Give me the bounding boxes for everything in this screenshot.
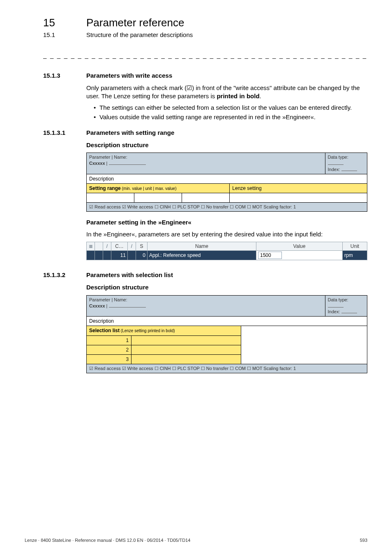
separator-dashes: _ _ _ _ _ _ _ _ _ _ _ _ _ _ _ _ _ _ _ _ … <box>43 51 367 60</box>
engineer-cell-value[interactable]: 1500 <box>256 250 343 260</box>
para-text: Only parameters with a check mark ( <box>86 84 187 91</box>
empty-cell <box>87 193 134 203</box>
data-type-label: Data type: <box>328 297 348 302</box>
attributes-row: ☑ Read access ☑ Write access ☐ CINH ☐ PL… <box>87 203 367 212</box>
engineer-col-unit[interactable]: Unit <box>343 242 367 250</box>
bullet-item: Values outside the valid setting range a… <box>94 113 367 121</box>
engineer-cell-name[interactable]: Appl.: Reference speed <box>148 250 256 260</box>
param-name-cell: Parameter | Name: Cxxxxx | <box>87 153 325 174</box>
para-text: . <box>260 92 261 99</box>
chapter-title: Parameter reference <box>86 16 184 30</box>
selection-list-header: Selection list (Lenze setting printed in… <box>87 326 241 335</box>
engineer-col-s[interactable]: S <box>136 242 148 250</box>
selection-row-text <box>131 335 241 345</box>
data-type-label: Data type: <box>328 155 348 160</box>
heading-15-1-3-1-num: 15.1.3.1 <box>43 129 86 137</box>
engineer-col-c[interactable]: C… <box>111 242 128 250</box>
subchapter-number: 15.1 <box>43 31 86 39</box>
index-label: Index: <box>328 167 340 172</box>
param-name-label: Parameter | Name: <box>89 155 127 160</box>
engineer-col-name[interactable]: Name <box>148 242 256 250</box>
blank-line <box>328 160 344 165</box>
selection-sub: (Lenze setting printed in bold) <box>120 328 175 333</box>
engineer-cell[interactable] <box>128 250 136 260</box>
engineer-col-value[interactable]: Value <box>256 242 343 250</box>
param-name-label: Parameter | Name: <box>89 297 127 302</box>
check-mark-icon: ☑ <box>187 84 192 91</box>
value-input[interactable]: 1500 <box>258 252 282 259</box>
lenze-setting-header: Lenze setting <box>230 184 367 193</box>
bullet-item: The settings can either be selected from… <box>94 104 367 112</box>
param-name-cell: Parameter | Name: Cxxxxx | <box>87 295 325 317</box>
setting-range-main: Setting range <box>89 185 121 191</box>
footer-left: Lenze · 8400 StateLine · Reference manua… <box>25 537 190 543</box>
bold-phrase: printed in bold <box>217 92 259 99</box>
empty-cell <box>230 193 367 203</box>
engineer-col-icon[interactable] <box>95 242 103 250</box>
engineer-cell-s[interactable]: 0 <box>136 250 148 260</box>
description-structure-heading: Description structure <box>86 283 367 291</box>
data-type-cell: Data type: Index: <box>325 295 367 317</box>
blank-line <box>109 303 146 308</box>
selection-row-text <box>131 354 241 364</box>
engineer-cell-c[interactable]: 11 <box>111 250 128 260</box>
description-row: Description <box>87 317 367 326</box>
setting-range-sub: (min. value | unit | max. value) <box>121 186 177 191</box>
heading-15-1-3-title: Parameters with write access <box>86 72 172 80</box>
description-row: Description <box>87 174 367 183</box>
attributes-row: ☑ Read access ☑ Write access ☐ CINH ☐ PL… <box>87 364 367 373</box>
chapter-number: 15 <box>43 16 86 30</box>
description-table-setting-range: Parameter | Name: Cxxxxx | Data type: In… <box>86 153 367 212</box>
heading-15-1-3-2-title: Parameters with selection list <box>86 271 173 279</box>
selection-blank-area <box>241 326 367 364</box>
selection-row-num: 2 <box>87 345 131 354</box>
selection-row-num: 3 <box>87 354 131 364</box>
description-structure-heading: Description structure <box>86 141 367 149</box>
selection-main: Selection list <box>89 328 120 333</box>
engineer-cell[interactable] <box>103 250 111 260</box>
empty-cell <box>134 193 182 203</box>
selection-row-num: 1 <box>87 335 131 345</box>
engineer-col-icon[interactable]: ≣ <box>87 242 95 250</box>
engineer-cell[interactable] <box>95 250 103 260</box>
setting-range-header: Setting range (min. value | unit | max. … <box>87 184 230 193</box>
param-setting-text: In the »Engineer«, parameters are set by… <box>86 230 367 238</box>
cxxxxx-label: Cxxxxx <box>89 303 105 308</box>
selection-row-text <box>131 345 241 354</box>
footer-page-number: 593 <box>360 537 367 543</box>
engineer-col-icon[interactable]: / <box>128 242 136 250</box>
bullet-list: The settings can either be selected from… <box>94 104 367 121</box>
index-label: Index: <box>328 309 340 314</box>
heading-15-1-3-2-num: 15.1.3.2 <box>43 271 86 279</box>
param-setting-heading: Parameter setting in the »Engineer« <box>86 218 367 227</box>
blank-line <box>341 309 357 313</box>
heading-15-1-3-1-title: Parameters with setting range <box>86 129 174 137</box>
cxxxxx-label: Cxxxxx <box>89 161 105 166</box>
data-type-cell: Data type: Index: <box>325 153 367 174</box>
subchapter-title: Structure of the parameter descriptions <box>86 31 193 39</box>
empty-cell <box>182 193 230 203</box>
description-table-selection-list: Parameter | Name: Cxxxxx | Data type: In… <box>86 295 367 373</box>
blank-line <box>328 303 344 308</box>
heading-15-1-3-num: 15.1.3 <box>43 72 86 80</box>
blank-line <box>341 166 357 171</box>
blank-line <box>109 160 146 165</box>
engineer-cell-unit: rpm <box>343 250 367 260</box>
engineer-grid: ≣ / C… / S Name Value Unit 11 0 Appl.: R… <box>86 242 367 260</box>
engineer-col-icon[interactable]: / <box>103 242 111 250</box>
engineer-cell[interactable] <box>87 250 95 260</box>
paragraph-write-access: Only parameters with a check mark (☑) in… <box>86 84 367 101</box>
